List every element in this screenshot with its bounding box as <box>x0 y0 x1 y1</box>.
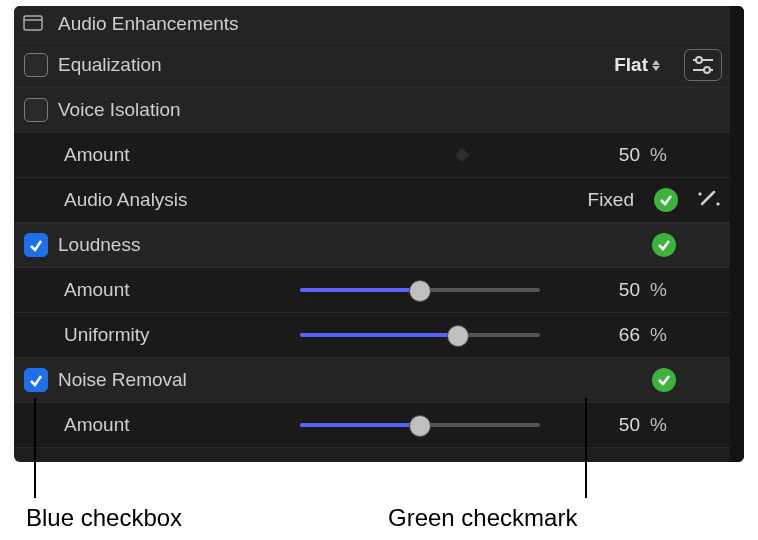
loudness-label: Loudness <box>58 234 140 256</box>
loudness-uniformity-row: Uniformity 66 % <box>14 313 744 358</box>
equalization-row[interactable]: Equalization Flat <box>14 43 744 88</box>
annotation-blue-checkbox: Blue checkbox <box>26 504 182 532</box>
noise-removal-status-checkmark <box>652 368 676 392</box>
loudness-uniformity-unit: % <box>650 324 676 346</box>
noise-amount-unit: % <box>650 414 676 436</box>
equalization-label: Equalization <box>58 54 162 76</box>
voice-amount-unit: % <box>650 144 676 166</box>
checkmark-icon <box>29 238 43 252</box>
audio-analysis-label: Audio Analysis <box>64 189 188 211</box>
checkmark-icon <box>659 193 673 207</box>
loudness-amount-slider[interactable] <box>300 275 540 305</box>
audio-analysis-row: Audio Analysis Fixed <box>14 178 744 223</box>
loudness-uniformity-label: Uniformity <box>64 324 150 346</box>
voice-amount-row: Amount 50 % <box>14 133 744 178</box>
callout-line-blue <box>34 398 36 498</box>
annotation-green-checkmark: Green checkmark <box>388 504 577 532</box>
loudness-uniformity-value[interactable]: 66 <box>590 324 640 346</box>
svg-point-5 <box>704 67 710 73</box>
equalizer-icon <box>693 57 713 73</box>
section-title: Audio Enhancements <box>58 13 239 35</box>
noise-amount-value[interactable]: 50 <box>590 414 640 436</box>
panel-icon <box>24 13 42 35</box>
equalizer-settings-button[interactable] <box>684 49 722 81</box>
noise-amount-row: Amount 50 % <box>14 403 744 448</box>
loudness-amount-label: Amount <box>64 279 129 301</box>
equalization-checkbox[interactable] <box>24 53 48 77</box>
loudness-status-checkmark <box>652 233 676 257</box>
keyframe-icon[interactable] <box>454 147 470 163</box>
voice-isolation-label: Voice Isolation <box>58 99 181 121</box>
checkmark-icon <box>657 373 671 387</box>
voice-isolation-row[interactable]: Voice Isolation <box>14 88 744 133</box>
svg-point-3 <box>696 57 702 63</box>
voice-amount-value[interactable]: 50 <box>590 144 640 166</box>
voice-amount-label: Amount <box>64 144 129 166</box>
chevron-updown-icon <box>650 56 662 74</box>
checkmark-icon <box>657 238 671 252</box>
scrollbar[interactable] <box>730 6 744 462</box>
equalization-preset-value: Flat <box>614 54 648 76</box>
noise-removal-row[interactable]: Noise Removal <box>14 358 744 403</box>
audio-analysis-status: Fixed <box>588 189 634 211</box>
svg-rect-0 <box>24 16 42 30</box>
noise-removal-label: Noise Removal <box>58 369 187 391</box>
loudness-amount-value[interactable]: 50 <box>590 279 640 301</box>
checkmark-icon <box>29 373 43 387</box>
loudness-row[interactable]: Loudness <box>14 223 744 268</box>
voice-isolation-checkbox[interactable] <box>24 98 48 122</box>
loudness-amount-row: Amount 50 % <box>14 268 744 313</box>
noise-removal-checkbox[interactable] <box>24 368 48 392</box>
equalization-preset-popup[interactable]: Flat <box>614 54 662 76</box>
loudness-amount-unit: % <box>650 279 676 301</box>
svg-marker-6 <box>455 148 469 162</box>
loudness-uniformity-slider[interactable] <box>300 320 540 350</box>
audio-enhancements-panel: Audio Enhancements Equalization Flat Voi… <box>14 6 744 462</box>
section-header: Audio Enhancements <box>14 6 744 43</box>
noise-amount-label: Amount <box>64 414 129 436</box>
auto-enhance-button[interactable] <box>696 190 722 210</box>
audio-analysis-checkmark <box>654 188 678 212</box>
loudness-checkbox[interactable] <box>24 233 48 257</box>
callout-line-green <box>585 398 587 498</box>
svg-line-7 <box>702 192 714 204</box>
noise-amount-slider[interactable] <box>300 410 540 440</box>
